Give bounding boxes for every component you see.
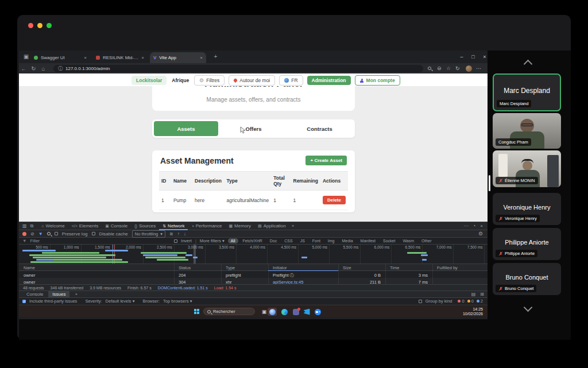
drawer-tab-issues[interactable]: Issues	[48, 290, 69, 298]
filter-chip-js[interactable]: JS	[297, 238, 308, 243]
dock-side-icon[interactable]: ▥	[22, 223, 27, 228]
refresh-icon[interactable]: ↻	[29, 65, 38, 72]
browser-tab-swagger[interactable]: Swagger UI ×	[30, 52, 90, 63]
clear-icon[interactable]: ⊘	[30, 231, 34, 237]
filter-chip-img[interactable]: Img	[325, 238, 338, 243]
filter-chip-all[interactable]: All	[228, 238, 238, 243]
filter-chip-other[interactable]: Other	[419, 238, 435, 243]
collections-icon[interactable]: ↻	[455, 65, 460, 71]
drawer-tab-console[interactable]: Console	[22, 290, 47, 298]
zoom-page-icon[interactable]	[428, 65, 431, 71]
mac-zoom-button[interactable]	[47, 23, 52, 28]
devtools-tab-elements[interactable]: </>Elements	[68, 222, 102, 230]
administration-button[interactable]: Administration	[307, 76, 351, 85]
devtools-tab-console[interactable]: ▣Console	[102, 222, 131, 230]
browser-menu-icon[interactable]: ⋯	[476, 65, 481, 71]
url-field[interactable]: ⓘ 127.0.0.1:3000/admin	[53, 65, 423, 72]
taskbar-zoom-icon[interactable]	[313, 308, 322, 316]
participants-scrollbar[interactable]	[489, 175, 490, 191]
browser-close-button[interactable]: ×	[479, 51, 490, 63]
inspect-device-icon[interactable]: ⧉	[30, 223, 34, 229]
search-icon[interactable]	[47, 232, 51, 235]
taskbar-search[interactable]: Rechercher	[203, 308, 255, 315]
devtools-tab-welcome[interactable]: ⌂Welcome	[38, 222, 68, 230]
preserve-log-checkbox[interactable]	[55, 232, 58, 235]
disable-cache-checkbox[interactable]	[92, 232, 95, 235]
devtools-tab-performance[interactable]: ◑Performance	[188, 222, 225, 230]
third-party-checkbox[interactable]	[22, 300, 26, 303]
tab-offers[interactable]: Offers	[220, 119, 287, 138]
browser-select[interactable]: Top browsers ▾	[163, 299, 192, 304]
close-tab-icon[interactable]: ×	[141, 55, 144, 60]
start-button[interactable]	[194, 309, 199, 314]
devtools-close-icon[interactable]: ×	[480, 223, 483, 228]
participant-tile-marc-despland[interactable]: Marc Despland Marc Despland	[493, 73, 561, 111]
close-tab-icon[interactable]: ×	[84, 55, 87, 60]
timeline-overview[interactable]: 500 ms1,000 ms1,500 ms2,000 ms2,500 ms3,…	[19, 245, 488, 264]
netcol-status[interactable]: Status	[179, 265, 191, 270]
filter-chip-css[interactable]: CSS	[281, 238, 295, 243]
brand-badge[interactable]: Lockitsolar	[131, 76, 167, 85]
participants-scroll-down[interactable]	[519, 304, 536, 312]
favorites-star-icon[interactable]: ☆	[446, 65, 451, 71]
taskbar-clock[interactable]: 14:25 10/02/2026	[463, 307, 483, 316]
taskbar-teams-icon[interactable]	[291, 308, 300, 316]
filter-chip-socket[interactable]: Socket	[380, 238, 398, 243]
taskbar-app-active[interactable]	[268, 308, 277, 316]
severity-select[interactable]: Default levels ▾	[106, 299, 135, 304]
devtools-tab-sources[interactable]: {}Sources	[131, 222, 159, 230]
around-me-button[interactable]: Autour de moi	[229, 75, 275, 86]
invert-checkbox[interactable]	[174, 239, 177, 243]
netcol-type[interactable]: Type	[226, 265, 235, 270]
site-info-icon[interactable]: ⓘ	[58, 65, 63, 72]
devtools-feedback-icon[interactable]: ◔	[473, 223, 475, 228]
delete-button[interactable]: Delete	[323, 196, 346, 204]
home-icon[interactable]: ⌂	[38, 65, 48, 72]
browser-profile-avatar[interactable]	[466, 65, 472, 72]
drawer-new-tab-icon[interactable]: +	[71, 290, 82, 298]
split-screen-icon[interactable]: ⊖	[437, 65, 442, 71]
network-conditions-icon[interactable]: ≋	[169, 231, 173, 237]
record-icon[interactable]	[22, 232, 26, 236]
participants-scroll-up[interactable]	[519, 57, 536, 65]
participant-tile-veronique-henry[interactable]: Veronique Henry Veronique Henry	[493, 193, 561, 225]
region-link[interactable]: Afrique	[171, 76, 190, 85]
netcol-fulfilled-by[interactable]: Fulfilled by	[437, 265, 458, 270]
taskbar-vscode-icon[interactable]	[302, 308, 311, 316]
netcol-name[interactable]: Name	[24, 265, 35, 270]
network-request-row[interactable]: owner 304 xhr apiService.ts:45 211 B 7 m…	[19, 278, 488, 284]
drawer-expand-icon[interactable]: ⊞	[480, 292, 484, 297]
export-har-icon[interactable]: ↓	[184, 231, 186, 237]
more-filters-button[interactable]: More filters ▾	[200, 238, 225, 243]
devtools-tab-memory[interactable]: ▦Memory	[225, 222, 254, 230]
browser-tab-resilink[interactable]: RESILINK Mid-platform API Docu ×	[92, 52, 148, 63]
import-har-icon[interactable]: ↑	[177, 231, 180, 237]
mac-minimize-button[interactable]	[37, 23, 42, 28]
filter-chip-manifest[interactable]: Manifest	[358, 238, 378, 243]
filter-chip-wasm[interactable]: Wasm	[400, 238, 417, 243]
task-view-icon[interactable]: ▣	[260, 308, 268, 315]
devtools-more-icon[interactable]: ⋯	[463, 223, 468, 228]
netcol-time[interactable]: Time	[390, 265, 399, 270]
filter-input[interactable]: Filter	[30, 238, 40, 243]
devtools-tab-application[interactable]: ▤Application	[254, 222, 289, 230]
create-asset-button[interactable]: + Create Asset	[305, 156, 347, 165]
settings-gear-icon[interactable]: ⚙	[478, 231, 483, 237]
more-panels-icon[interactable]: +	[292, 223, 295, 228]
netcol-size[interactable]: Size	[343, 265, 351, 270]
participant-tile-bruno-conquet[interactable]: Bruno Conquet Bruno Conquet	[493, 263, 561, 295]
browser-maximize-button[interactable]: □	[468, 51, 478, 63]
participant-tile-congduc-pham[interactable]: Congduc Pham	[493, 113, 561, 149]
browser-tab-vite-active[interactable]: V Vite App ×	[150, 52, 206, 63]
mac-close-button[interactable]	[28, 23, 33, 28]
language-button[interactable]: FR	[279, 75, 303, 86]
new-tab-icon[interactable]: +	[211, 53, 220, 60]
group-by-kind-checkbox[interactable]	[419, 300, 422, 303]
browser-minimize-button[interactable]: –	[457, 51, 467, 63]
devtools-tab-network[interactable]: ⇅Network	[159, 222, 188, 230]
close-tab-icon[interactable]: ×	[200, 55, 203, 60]
drawer-dock-icon[interactable]: ▤	[471, 292, 476, 297]
filter-chip-font[interactable]: Font	[310, 238, 323, 243]
filter-chip-fetchxhr[interactable]: Fetch/XHR	[240, 238, 265, 243]
participant-tile-philippe-aniorte[interactable]: Philippe Aniorte Philippe Aniorte	[493, 228, 561, 260]
